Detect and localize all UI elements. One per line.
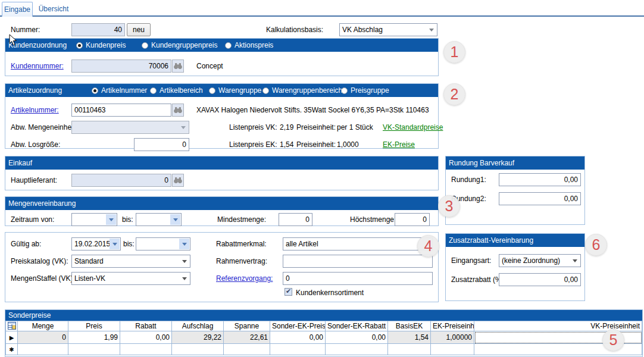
chevron-down-icon: [106, 214, 116, 225]
chevron-down-icon: [170, 214, 180, 225]
abw-losgroesse-field[interactable]: 0: [134, 138, 189, 151]
kundennummer-field[interactable]: 70006: [71, 60, 171, 73]
cell-preis[interactable]: 1,99: [68, 331, 120, 344]
artikelnummer-lookup-button[interactable]: [172, 104, 184, 117]
binoculars-icon: [173, 107, 183, 114]
mindestmenge-field[interactable]: 0: [279, 213, 312, 226]
hauptlieferant-field[interactable]: 0: [71, 174, 171, 187]
cell-menge[interactable]: 0: [18, 331, 68, 344]
rundung1-field[interactable]: 0,00: [499, 173, 581, 186]
radio-preisgruppe-label: Preisgruppe: [351, 86, 389, 95]
rahmenvertrag-field[interactable]: [283, 255, 433, 268]
cell-empty[interactable]: [224, 344, 270, 355]
radio-artikelnummer-circle[interactable]: [92, 87, 98, 94]
gueltig-ab-value: 19.02.2015: [74, 240, 110, 248]
new-row-marker[interactable]: ✱: [6, 344, 18, 355]
abw-mengeneinheit-label: Abw. Mengeneinheit:: [11, 123, 77, 131]
artikelnummer-link[interactable]: Artikelnummer:: [11, 106, 59, 114]
neu-button[interactable]: neu: [127, 23, 151, 36]
radio-artikelbereich-circle[interactable]: [150, 87, 157, 94]
gueltig-bis-select[interactable]: [136, 237, 190, 250]
cell-empty[interactable]: [270, 344, 326, 355]
zusatzrabatt-field[interactable]: 0,00: [499, 273, 581, 286]
tab-uebersicht[interactable]: Übersicht: [35, 2, 73, 15]
gueltig-bis-label: bis:: [123, 240, 135, 248]
radio-warengruppenbereich-circle[interactable]: [262, 87, 269, 94]
chevron-down-icon: [110, 239, 120, 249]
current-row-marker[interactable]: ▶: [6, 331, 18, 344]
chevron-down-icon: [179, 256, 189, 267]
rundung-header: Rundung Barverkauf: [446, 156, 584, 170]
artikelnummer-field[interactable]: 00110463: [71, 104, 171, 117]
radio-kundengruppenpreis-label: Kundengruppenpreis: [151, 41, 217, 49]
tab-eingabe[interactable]: Eingabe: [2, 2, 33, 17]
einkauf-title: Einkauf: [8, 159, 32, 167]
col-header-basisek: BasisEK: [388, 321, 431, 331]
eingangsart-select[interactable]: (keine Zuordnung): [499, 254, 581, 267]
cell-empty[interactable]: [431, 344, 474, 355]
referenzvorgang-field[interactable]: 0: [283, 272, 433, 285]
radio-artikelbereich[interactable]: Artikelbereich: [150, 84, 203, 97]
cell-ek-preiseinh[interactable]: 1,00000: [431, 331, 474, 344]
gueltig-ab-select[interactable]: 19.02.2015: [71, 237, 121, 250]
radio-warengruppenbereich[interactable]: Warengruppenbereich: [262, 84, 342, 97]
hauptlieferant-lookup-button[interactable]: [172, 174, 184, 187]
cell-sonder-ek-rabatt[interactable]: 0,00: [326, 331, 388, 344]
col-header-ek-preiseinh: EK-Preiseinh: [431, 321, 474, 331]
artikelzuordnung-groupbox: Artikelzuordnung Artikelnummer Artikelbe…: [5, 83, 439, 149]
zeitraum-bis-select[interactable]: [136, 213, 182, 226]
radio-aktionspreis-circle[interactable]: [225, 42, 232, 49]
cell-rabatt[interactable]: 0,00: [120, 331, 172, 344]
cell-basisek[interactable]: 1,54: [388, 331, 431, 344]
radio-preisgruppe[interactable]: Preisgruppe: [341, 84, 389, 97]
tabstrip-underline: [0, 15, 644, 17]
zeitraum-bis-label: bis:: [122, 215, 133, 224]
radio-kundengruppenpreis-circle[interactable]: [142, 42, 148, 49]
listenpreis-vk-label: Listenpreis VK:: [229, 123, 277, 131]
sonderpreise-groupbox: Sonderpreise Menge Preis Rabatt Aufschla…: [5, 309, 643, 357]
mindestmenge-label: Mindestmenge:: [217, 215, 266, 224]
annotation-badge-4: 4: [417, 235, 439, 257]
zeitraum-von-select[interactable]: [71, 213, 117, 226]
cell-empty[interactable]: [18, 344, 68, 355]
cell-empty[interactable]: [388, 344, 431, 355]
radio-aktionspreis-label: Aktionspreis: [235, 41, 273, 49]
kundenkernsortiment-checkbox[interactable]: [285, 288, 292, 296]
preiskatalog-label: Preiskatalog (VK):: [11, 257, 68, 265]
radio-warengruppe[interactable]: Warengruppe: [209, 84, 261, 97]
preiskatalog-select[interactable]: Standard: [71, 255, 190, 268]
cell-spanne[interactable]: 22,61: [224, 331, 270, 344]
nummer-field[interactable]: 40: [71, 23, 125, 36]
rundung2-field[interactable]: 0,00: [499, 192, 581, 205]
radio-preisgruppe-circle[interactable]: [341, 87, 348, 94]
zusatzrabatt-groupbox: Zusatzrabatt-Vereinbarung: [445, 233, 585, 301]
abw-mengeneinheit-select[interactable]: [71, 121, 189, 134]
eingangsart-label: Eingangsart:: [451, 256, 491, 265]
ek-preise-link[interactable]: EK-Preise: [383, 140, 415, 149]
radio-kundenpreis-circle[interactable]: [76, 42, 83, 49]
cell-aufschlag[interactable]: 29,22: [172, 331, 224, 344]
cell-empty[interactable]: [172, 344, 224, 355]
cell-empty[interactable]: [120, 344, 172, 355]
zusatzrabatt-label: Zusatzrabatt (%):: [451, 275, 506, 284]
kundennummer-lookup-button[interactable]: [172, 60, 184, 73]
radio-warengruppe-circle[interactable]: [209, 87, 215, 94]
cell-empty[interactable]: [68, 344, 120, 355]
rabattmerkmal-field[interactable]: alle Artikel: [283, 237, 433, 250]
radio-kundenpreis[interactable]: Kundenpreis: [76, 39, 126, 52]
referenzvorgang-link[interactable]: Referenzvorgang:: [216, 274, 273, 283]
radio-artikelnummer[interactable]: Artikelnummer: [92, 84, 147, 97]
kundennummer-link[interactable]: Kundennummer:: [11, 62, 64, 70]
cell-sonder-ek-preis[interactable]: 0,00: [270, 331, 326, 344]
preiseinheit-ek-value: 1,0000: [337, 140, 359, 149]
cell-empty[interactable]: [326, 344, 388, 355]
table-properties-icon[interactable]: [6, 321, 18, 331]
radio-artikelbereich-label: Artikelbereich: [160, 86, 203, 95]
radio-kundengruppenpreis[interactable]: Kundengruppenpreis: [142, 39, 217, 52]
vk-standardpreise-link[interactable]: VK-Standardpreise: [383, 123, 443, 131]
einkauf-groupbox: Einkauf: [5, 156, 439, 190]
kalkulationsbasis-select[interactable]: VK Abschlag: [339, 23, 437, 36]
hoechstmenge-field[interactable]: 0: [395, 213, 430, 226]
radio-aktionspreis[interactable]: Aktionspreis: [225, 39, 273, 52]
mengenstaffel-select[interactable]: Listen-VK: [71, 272, 190, 285]
